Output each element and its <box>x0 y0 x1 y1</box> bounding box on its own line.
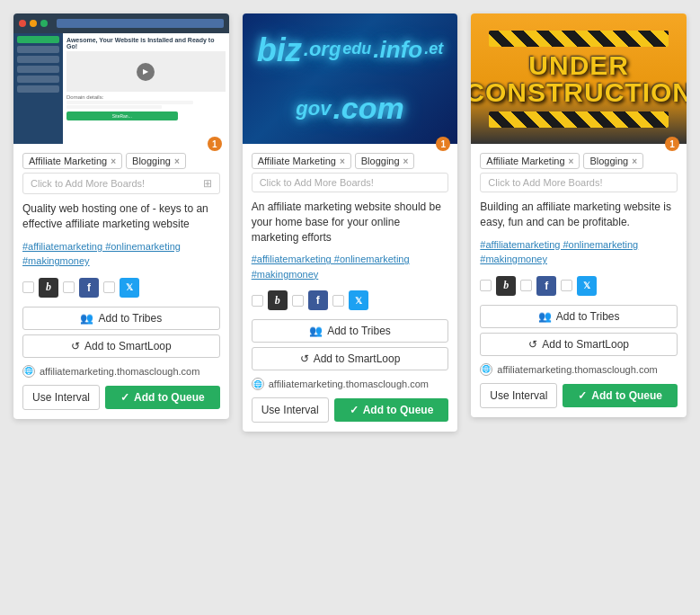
wa-menu-item <box>17 56 59 63</box>
wa-info-bar-2 <box>66 105 162 109</box>
construction-line2: CONSTRUCTION <box>471 77 687 107</box>
tribes-icon: 👥 <box>80 312 93 325</box>
board-tag-blogging-3[interactable]: Blogging × <box>583 153 643 169</box>
card-3-checkbox-3[interactable] <box>561 280 572 291</box>
board-tag-label: Affiliate Marketing <box>29 156 107 166</box>
wa-menu-active <box>17 36 59 43</box>
wa-cta-label: SiteRan... <box>112 113 132 119</box>
btn-tribes-label: Add to Tribes <box>98 312 162 325</box>
facebook-icon[interactable] <box>79 278 99 298</box>
twitter-icon[interactable] <box>120 278 139 298</box>
card-1-hashtags: #affiliatemarketing #onlinemarketing #ma… <box>22 239 220 269</box>
board-tag-label: Blogging <box>132 156 171 166</box>
btn-smartloop-label-2: Add to SmartLoop <box>314 352 401 365</box>
wa-menu-item <box>17 76 59 83</box>
card-2-boards: Affiliate Marketing × Blogging × Click t… <box>252 153 449 192</box>
card-2-queue-button[interactable]: Add to Queue <box>334 398 449 422</box>
card-1-add-smartloop-button[interactable]: ↺ Add to SmartLoop <box>22 334 220 358</box>
board-tag-blogging-2[interactable]: Blogging × <box>355 153 415 169</box>
btn-smartloop-label-3: Add to SmartLoop <box>542 338 629 351</box>
card-2-add-boards[interactable]: Click to Add More Boards! <box>252 173 449 192</box>
card-2-add-tribes-button[interactable]: 👥 Add to Tribes <box>252 319 449 343</box>
card-1-checkbox-3[interactable] <box>103 281 115 293</box>
card-1-add-boards[interactable]: Click to Add More Boards! ⊞ <box>22 173 220 194</box>
buffer-icon-2[interactable] <box>268 290 288 310</box>
board-tag-remove[interactable]: × <box>403 156 409 166</box>
twitter-icon-3[interactable] <box>577 276 597 296</box>
biz-word-biz: biz <box>257 32 302 68</box>
add-boards-placeholder: Click to Add More Boards! <box>260 177 374 188</box>
card-1-checkbox-2[interactable] <box>63 281 75 293</box>
add-boards-placeholder: Click to Add More Boards! <box>31 178 145 189</box>
card-1-interval-button[interactable]: Use Interval <box>22 385 100 410</box>
card-2-hashtags: #affiliatemarketing #onlinemarketing #ma… <box>252 252 449 281</box>
biz-word-com: .com <box>332 92 403 125</box>
card-2-checkbox-1[interactable] <box>252 295 263 307</box>
construction-stripes-bottom <box>489 111 669 128</box>
wa-address-bar <box>57 19 224 28</box>
card-2-interval-button[interactable]: Use Interval <box>252 397 329 423</box>
card-1-boards: Affiliate Marketing × Blogging × Click t… <box>22 153 220 194</box>
card-1-checkbox-1[interactable] <box>22 281 34 293</box>
card-1-add-tribes-button[interactable]: 👥 Add to Tribes <box>22 307 220 330</box>
card-2-add-smartloop-button[interactable]: ↺ Add to SmartLoop <box>252 347 449 370</box>
construction-text: UNDER CONSTRUCTION <box>471 52 687 106</box>
card-1-social-icons <box>22 278 220 298</box>
card-2-site-url: affiliatemarketing.thomasclough.com <box>269 379 429 389</box>
board-tag-remove[interactable]: × <box>569 156 574 166</box>
card-2-body: 1 Affiliate Marketing × Blogging × Click… <box>243 144 458 432</box>
card-3-action-buttons: 👥 Add to Tribes ↺ Add to SmartLoop <box>480 305 678 356</box>
smartloop-icon-3: ↺ <box>528 338 537 351</box>
wa-domain-label: Domain details: <box>66 94 226 100</box>
wa-play-button[interactable] <box>137 63 155 81</box>
construction-sign: UNDER CONSTRUCTION <box>471 31 687 128</box>
card-2-action-buttons: 👥 Add to Tribes ↺ Add to SmartLoop <box>252 319 449 370</box>
card-1-site-url: affiliatemarketing.thomasclough.com <box>40 366 199 377</box>
card-3-footer: Use Interval Add to Queue <box>480 383 678 408</box>
card-3-add-smartloop-button[interactable]: ↺ Add to SmartLoop <box>480 333 678 356</box>
wa-dot-yellow <box>30 20 37 27</box>
card-2-checkbox-3[interactable] <box>332 295 344 307</box>
board-tag-remove[interactable]: × <box>111 156 116 166</box>
card-3-add-boards[interactable]: Click to Add More Boards! <box>480 173 678 192</box>
wa-menu-item <box>17 85 59 93</box>
twitter-icon-2[interactable] <box>349 290 368 310</box>
board-tag-blogging[interactable]: Blogging × <box>126 153 186 169</box>
wa-info-area: Domain details: SiteRan... <box>66 94 226 120</box>
card-3-checkbox-1[interactable] <box>480 280 492 291</box>
board-tag-affiliate-3[interactable]: Affiliate Marketing × <box>480 153 580 169</box>
btn-queue-label-3: Add to Queue <box>591 389 662 402</box>
card-3-interval-button[interactable]: Use Interval <box>480 383 557 408</box>
card-3-board-tags: Affiliate Marketing × Blogging × <box>480 153 678 169</box>
card-3-hashtags: #affiliatemarketing #onlinemarketing #ma… <box>480 237 678 267</box>
card-2-social-icons <box>252 290 449 310</box>
card-3-social-icons <box>480 276 678 296</box>
buffer-icon[interactable] <box>39 278 58 298</box>
wa-dot-green <box>40 20 48 27</box>
grid-icon: ⊞ <box>203 177 212 190</box>
smartloop-icon: ↺ <box>71 340 80 352</box>
card-2-thumbnail: biz .org edu .info .et gov .com <box>243 13 458 144</box>
wa-cta-button: SiteRan... <box>66 111 178 120</box>
wa-content: Awesome, Your Website is Installed and R… <box>63 33 229 144</box>
board-tag-affiliate[interactable]: Affiliate Marketing × <box>22 153 122 169</box>
card-3-thumbnail: UNDER CONSTRUCTION <box>471 13 687 144</box>
buffer-icon-3[interactable] <box>496 276 516 296</box>
facebook-icon-3[interactable] <box>536 276 556 296</box>
board-tag-label: Blogging <box>589 156 628 166</box>
card-3-queue-button[interactable]: Add to Queue <box>563 384 678 407</box>
card-2-checkbox-2[interactable] <box>292 295 304 307</box>
card-3-checkbox-2[interactable] <box>520 280 532 291</box>
wa-info-bar-1 <box>66 101 193 104</box>
card-1-queue-button[interactable]: Add to Queue <box>105 386 220 409</box>
board-tag-affiliate-2[interactable]: Affiliate Marketing × <box>252 153 351 169</box>
facebook-icon-2[interactable] <box>308 290 328 310</box>
board-tag-remove[interactable]: × <box>632 156 637 166</box>
btn-queue-label: Add to Queue <box>134 391 205 404</box>
board-tag-remove[interactable]: × <box>340 156 345 166</box>
card-1-site-link: 🌐 affiliatemarketing.thomasclough.com <box>22 365 220 378</box>
card-3-add-tribes-button[interactable]: 👥 Add to Tribes <box>480 305 678 328</box>
add-boards-placeholder: Click to Add More Boards! <box>488 177 602 188</box>
board-tag-remove[interactable]: × <box>174 156 180 166</box>
card-1-board-tags: Affiliate Marketing × Blogging × <box>22 153 220 169</box>
